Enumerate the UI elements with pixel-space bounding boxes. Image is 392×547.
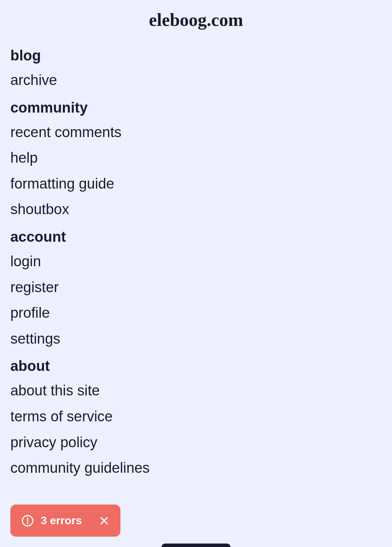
nav-link-profile[interactable]: profile xyxy=(10,304,382,323)
nav-heading-blog[interactable]: blog xyxy=(10,47,382,64)
nav-link-guidelines[interactable]: community guidelines xyxy=(10,459,382,478)
nav-link-archive[interactable]: archive xyxy=(10,71,382,90)
nav-heading-about[interactable]: about xyxy=(10,358,382,374)
nav-heading-account[interactable]: account xyxy=(10,229,382,245)
svg-point-2 xyxy=(27,523,28,524)
nav-link-terms[interactable]: terms of service xyxy=(10,407,382,426)
error-count-text: 3 errors xyxy=(41,514,82,527)
nav-link-shoutbox[interactable]: shoutbox xyxy=(10,200,382,219)
nav-link-help[interactable]: help xyxy=(10,148,382,167)
alert-circle-icon xyxy=(21,515,34,527)
close-icon[interactable] xyxy=(99,516,109,526)
nav-link-login[interactable]: login xyxy=(10,252,382,271)
nav-link-formatting-guide[interactable]: formatting guide xyxy=(10,174,382,193)
nav-link-register[interactable]: register xyxy=(10,278,382,297)
error-toast: 3 errors xyxy=(10,505,120,537)
nav-heading-community[interactable]: community xyxy=(10,99,382,116)
nav-link-recent-comments[interactable]: recent comments xyxy=(10,123,382,142)
navigation-menu: blog archive community recent comments h… xyxy=(0,47,392,478)
nav-link-privacy[interactable]: privacy policy xyxy=(10,433,382,452)
nav-link-settings[interactable]: settings xyxy=(10,329,382,348)
nav-link-about-site[interactable]: about this site xyxy=(10,381,382,400)
home-indicator[interactable] xyxy=(161,544,231,547)
site-title[interactable]: eleboog.com xyxy=(0,0,392,47)
